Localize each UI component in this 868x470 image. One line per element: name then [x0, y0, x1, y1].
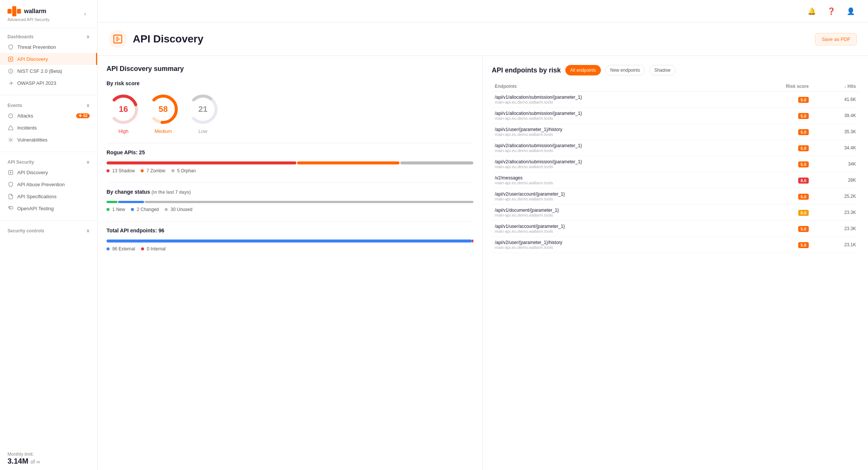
risk-badge: 5.0	[798, 129, 809, 135]
risk-badge: 5.0	[798, 145, 809, 151]
table-row[interactable]: /api/v1/allocation/submission/{parameter…	[492, 108, 859, 124]
hits-value: 23.3K	[812, 205, 859, 221]
sidebar-item-threat-prevention[interactable]: Threat Prevention	[0, 41, 97, 53]
app-subtitle: Advanced API Security	[8, 17, 50, 22]
sidebar-item-api-abuse[interactable]: API Abuse Prevention	[0, 178, 97, 190]
api2-icon	[8, 169, 14, 175]
help-button[interactable]: ❓	[825, 5, 837, 17]
svg-point-6	[10, 139, 12, 141]
shield-icon	[8, 44, 14, 50]
sidebar-item-api-discovery[interactable]: API Discovery	[0, 53, 97, 65]
dashboards-section-title[interactable]: Dashboards ∨	[0, 33, 97, 41]
monthly-amount: 3.14M of ∞	[8, 457, 90, 465]
table-row[interactable]: /api/v2/user/{parameter_1}/history main-…	[492, 237, 859, 253]
endpoint-domain: main-api.eu.demo.wallarm.tools	[495, 181, 733, 185]
table-row[interactable]: /api/v1/allocation/submission/{parameter…	[492, 92, 859, 108]
sidebar-api-security-section: API Security ∨ API Discovery API Abuse P…	[0, 154, 97, 219]
col-hits[interactable]: ↓ Hits	[812, 81, 859, 92]
bug-icon	[8, 137, 14, 143]
shield2-icon	[8, 181, 14, 187]
hits-value: 25.2K	[812, 188, 859, 205]
risk-badge: 5.0	[798, 226, 809, 232]
nist-icon	[8, 68, 14, 74]
table-row[interactable]: /api/v1/user/{parameter_1}/history main-…	[492, 124, 859, 140]
endpoint-domain: main-api.eu.demo.wallarm.tools	[495, 148, 733, 153]
rogue-apis-section: Rogue APIs: 25 13 Shadow 7 Zomb	[107, 149, 473, 173]
sidebar-security-controls-section: Security controls ∨	[0, 222, 97, 240]
sidebar-item-openapi-testing[interactable]: OpenAPI Testing	[0, 202, 97, 214]
table-row[interactable]: /api/v2/user/account/{parameter_1} main-…	[492, 188, 859, 205]
triangle-icon	[8, 125, 14, 131]
endpoints-table-header: Endpoints Risk score ↓ Hits	[492, 81, 859, 92]
sidebar: wallarm Advanced API Security ‹ Dashboar…	[0, 0, 98, 470]
change-bar-changed	[118, 201, 144, 203]
low-gauge-value: 21	[198, 104, 207, 114]
table-row[interactable]: /v2/messages main-api.eu.demo.wallarm.to…	[492, 172, 859, 188]
left-panel: API Discovery summary By risk score	[98, 56, 483, 470]
sidebar-item-owasp-api[interactable]: OWASP API 2023	[0, 77, 97, 89]
risk-gauges: 16 High 58	[107, 92, 473, 134]
rogue-bar	[107, 161, 473, 164]
internal-legend: 0 Internal	[141, 246, 165, 252]
save-pdf-button[interactable]: Save as PDF	[815, 33, 857, 45]
endpoints-header: API endpoints by risk All endpoints New …	[492, 65, 859, 75]
table-row[interactable]: /api/v2/allocation/submission/{parameter…	[492, 156, 859, 172]
orphan-legend: 5 Orphan	[171, 168, 196, 173]
security-controls-section-title[interactable]: Security controls ∨	[0, 227, 97, 235]
endpoint-path: /api/v2/allocation/submission/{parameter…	[495, 143, 733, 148]
change-status-title: By change status (in the last 7 days)	[107, 189, 473, 195]
external-dot	[107, 247, 110, 250]
endpoint-path: /api/v1/allocation/submission/{parameter…	[495, 95, 733, 100]
risk-score-title: By risk score	[107, 80, 473, 86]
endpoint-path: /api/v2/allocation/submission/{parameter…	[495, 159, 733, 164]
table-row[interactable]: /api/v2/allocation/submission/{parameter…	[492, 140, 859, 156]
api-security-section-title[interactable]: API Security ∨	[0, 158, 97, 166]
risk-badge: 5.0	[798, 242, 809, 248]
external-legend: 96 External	[107, 246, 135, 252]
hits-value: 23.1K	[812, 237, 859, 253]
sidebar-item-incidents[interactable]: Incidents	[0, 122, 97, 134]
api-discovery-icon	[8, 56, 14, 62]
sidebar-events-section: Events ∨ Attacks 62 Incidents	[0, 97, 97, 150]
table-row[interactable]: /api/v1/document/{parameter_1} main-api.…	[492, 205, 859, 221]
sidebar-item-nist-csf[interactable]: NIST CSF 2.0 (Beta)	[0, 65, 97, 77]
endpoint-domain: main-api.eu.demo.wallarm.tools	[495, 245, 733, 250]
risk-badge: 5.0	[798, 97, 809, 103]
total-bar-internal	[472, 240, 473, 243]
page-icon	[109, 30, 127, 48]
hits-value: 34.4K	[812, 140, 859, 156]
topbar: 🔔 ❓ 👤	[98, 0, 868, 23]
page-title: API Discovery	[133, 33, 203, 45]
unused-dot	[165, 208, 168, 211]
right-panel: API endpoints by risk All endpoints New …	[483, 56, 868, 470]
zap-icon	[8, 113, 14, 119]
user-button[interactable]: 👤	[845, 5, 857, 17]
new-dot	[107, 208, 110, 211]
endpoint-domain: main-api.eu.demo.wallarm.tools	[495, 197, 733, 201]
attacks-badge: 62	[76, 113, 90, 118]
high-gauge-container: 16	[107, 92, 140, 126]
endpoint-path: /api/v1/user/{parameter_1}/history	[495, 127, 733, 132]
collapse-sidebar-button[interactable]: ‹	[81, 9, 90, 18]
rogue-bar-zombie	[297, 161, 399, 164]
app-name: wallarm	[24, 8, 47, 15]
endpoint-domain: main-api.eu.demo.wallarm.tools	[495, 164, 733, 169]
change-bar	[107, 201, 473, 203]
owasp-icon	[8, 80, 14, 86]
events-section-title[interactable]: Events ∨	[0, 101, 97, 110]
tab-shadow[interactable]: Shadow	[649, 65, 675, 75]
page-title-area: API Discovery	[109, 30, 203, 48]
sidebar-header: wallarm Advanced API Security ‹	[0, 0, 97, 28]
tab-all-endpoints[interactable]: All endpoints	[565, 65, 601, 75]
sidebar-item-api-discovery-nav[interactable]: API Discovery	[0, 166, 97, 178]
tab-new-endpoints[interactable]: New endpoints	[605, 65, 645, 75]
sidebar-item-api-specs[interactable]: API Specifications	[0, 190, 97, 202]
notifications-button[interactable]: 🔔	[806, 5, 818, 17]
table-row[interactable]: /api/v1/user/account/{parameter_1} main-…	[492, 221, 859, 237]
sidebar-item-attacks[interactable]: Attacks 62	[0, 110, 97, 122]
rogue-legend: 13 Shadow 7 Zombie 5 Orphan	[107, 168, 473, 173]
change-bar-unused	[145, 201, 473, 203]
endpoint-path: /api/v1/user/account/{parameter_1}	[495, 224, 733, 229]
sidebar-item-vulnerabilities[interactable]: Vulnerabilities	[0, 134, 97, 146]
file-icon	[8, 193, 14, 199]
